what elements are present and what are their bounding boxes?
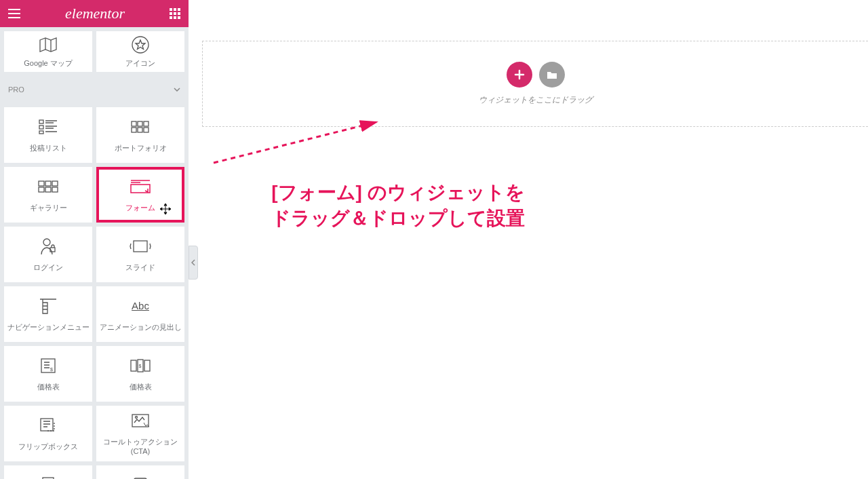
add-section-button[interactable] — [507, 62, 532, 88]
nav-menu-icon — [39, 296, 57, 315]
price-table-icon: $ — [130, 356, 151, 375]
annotation-line2: ドラッグ＆ドロップして設置 — [271, 206, 525, 231]
widget-price-list[interactable]: $ 価格表 — [4, 346, 92, 402]
svg-rect-8 — [178, 16, 180, 19]
sidebar-header: elementor — [0, 0, 189, 27]
svg-rect-1 — [174, 8, 176, 11]
widget-label: ナビゲーションメニュー — [7, 322, 90, 332]
annotation-text: [フォーム] のウィジェットを ドラッグ＆ドロップして設置 — [271, 180, 525, 231]
star-icon — [132, 35, 149, 54]
login-icon — [40, 237, 56, 256]
svg-rect-2 — [178, 8, 180, 11]
svg-rect-33 — [144, 360, 150, 371]
svg-rect-11 — [39, 126, 43, 129]
testimonial-icon — [130, 473, 151, 479]
widget-label: ギャラリー — [30, 203, 67, 212]
svg-rect-35 — [41, 419, 53, 431]
svg-rect-24 — [52, 187, 58, 192]
widget-label: ポートフォリオ — [115, 143, 167, 153]
svg-rect-28 — [134, 241, 147, 252]
svg-rect-36 — [132, 415, 149, 427]
widget-testimonial-carousel[interactable] — [96, 465, 184, 479]
widget-label: フォーム — [125, 203, 155, 212]
widget-google-maps[interactable]: Google マップ — [4, 31, 92, 72]
gallery-icon — [38, 177, 58, 196]
widget-label: アイコン — [125, 58, 155, 68]
map-icon — [39, 35, 58, 54]
elementor-sidebar: elementor Google マップ アイコン PRO — [0, 0, 189, 479]
widget-label: 価格表 — [37, 382, 60, 391]
widget-nav-menu[interactable]: ナビゲーションメニュー — [4, 286, 92, 342]
dropzone-hint: ウィジェットをここにドラッグ — [479, 94, 593, 106]
svg-rect-15 — [144, 121, 149, 126]
widgets-grid-icon[interactable] — [170, 8, 180, 19]
svg-point-37 — [136, 416, 138, 418]
widget-label: ログイン — [33, 263, 63, 272]
editor-canvas: ウィジェットをここにドラッグ — [202, 41, 868, 127]
template-library-button[interactable] — [539, 62, 565, 88]
widget-label: 価格表 — [130, 382, 152, 391]
svg-rect-16 — [132, 128, 136, 132]
widget-form[interactable]: フォーム — [96, 167, 184, 223]
widget-gallery[interactable]: ギャラリー — [4, 167, 92, 223]
dropzone-actions — [507, 62, 565, 88]
widget-post-list[interactable]: 投稿リスト — [4, 107, 92, 163]
widgets-top-row: Google マップ アイコン — [0, 27, 189, 76]
widget-label: フリップボックス — [18, 442, 78, 451]
svg-rect-29 — [41, 359, 55, 372]
widget-price-table[interactable]: $ 価格表 — [96, 346, 184, 402]
svg-rect-17 — [138, 128, 142, 132]
svg-rect-12 — [39, 131, 43, 134]
hamburger-menu-icon[interactable] — [8, 9, 20, 18]
svg-point-26 — [43, 239, 50, 246]
animated-headline-icon: Abc — [132, 296, 149, 315]
widget-label: コールトゥアクション (CTA) — [96, 437, 184, 457]
move-cursor-icon — [159, 202, 172, 216]
widget-slides[interactable]: スライド — [96, 227, 184, 282]
elementor-logo: elementor — [65, 5, 125, 22]
form-icon — [130, 177, 151, 196]
widget-cta[interactable]: コールトゥアクション (CTA) — [96, 406, 184, 461]
svg-rect-13 — [132, 121, 136, 126]
widgets-pro-grid: 投稿リスト ポートフォリオ ギャラリー フォーム — [0, 103, 189, 479]
widget-flip-box[interactable]: フリップボックス — [4, 406, 92, 461]
widget-dropzone[interactable]: ウィジェットをここにドラッグ — [202, 41, 868, 127]
annotation-arrow — [210, 115, 387, 170]
svg-rect-31 — [131, 360, 136, 371]
widget-icon[interactable]: アイコン — [96, 31, 184, 72]
slides-icon — [130, 237, 151, 256]
widget-label: スライド — [125, 263, 155, 272]
svg-rect-4 — [174, 12, 176, 15]
chevron-down-icon — [174, 88, 180, 92]
svg-text:$: $ — [139, 364, 142, 368]
svg-rect-14 — [138, 121, 142, 126]
widget-media-carousel[interactable] — [4, 465, 92, 479]
section-pro-header[interactable]: PRO — [0, 76, 189, 103]
svg-rect-18 — [144, 128, 149, 132]
flip-box-icon — [39, 416, 57, 435]
svg-text:$: $ — [50, 367, 53, 372]
svg-rect-22 — [39, 187, 44, 192]
price-list-icon: $ — [40, 356, 56, 375]
media-carousel-icon — [37, 473, 59, 479]
svg-rect-0 — [170, 8, 172, 11]
svg-rect-6 — [170, 16, 172, 19]
svg-rect-5 — [178, 12, 180, 15]
svg-rect-23 — [45, 187, 51, 192]
widget-label: Google マップ — [24, 58, 73, 68]
svg-rect-21 — [52, 181, 58, 186]
widget-login[interactable]: ログイン — [4, 227, 92, 282]
portfolio-icon — [131, 117, 150, 136]
widget-portfolio[interactable]: ポートフォリオ — [96, 107, 184, 163]
widget-animated-headline[interactable]: Abc アニメーションの見出し — [96, 286, 184, 342]
cta-icon — [131, 411, 150, 430]
section-pro-label: PRO — [8, 85, 24, 94]
svg-rect-20 — [45, 181, 51, 186]
annotation-line1: [フォーム] のウィジェットを — [271, 180, 525, 206]
svg-rect-3 — [170, 12, 172, 15]
widget-label: アニメーションの見出し — [100, 322, 182, 332]
svg-rect-19 — [39, 181, 44, 186]
widget-label: 投稿リスト — [30, 143, 67, 153]
sidebar-collapse-handle[interactable] — [189, 246, 198, 280]
svg-rect-10 — [39, 120, 43, 123]
